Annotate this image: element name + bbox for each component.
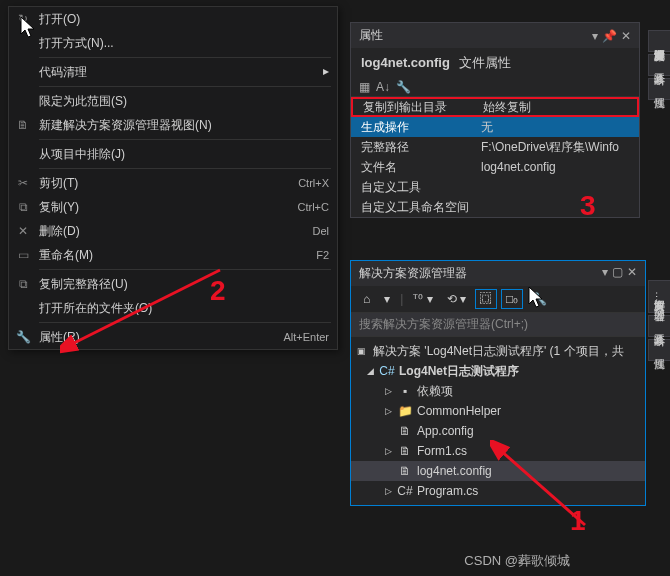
prop-value[interactable]: 始终复制 <box>483 99 637 116</box>
side-tab[interactable]: 属性 <box>648 339 670 361</box>
annotation-1: 1 <box>570 505 586 537</box>
property-row[interactable]: 完整路径F:\OneDrive\程序集\Winfo <box>351 137 639 157</box>
menu-item[interactable]: 打开方式(N)... <box>9 31 337 55</box>
menu-item[interactable]: ↻打开(O) <box>9 7 337 31</box>
menu-label: 打开(O) <box>33 11 329 28</box>
side-tab[interactable]: 诊断工具 <box>648 54 670 76</box>
menu-shortcut: Ctrl+X <box>298 177 329 189</box>
side-tab[interactable]: 解决方案资…管理器 <box>648 280 670 313</box>
properties-object-name: log4net.config 文件属性 <box>351 48 639 78</box>
wrench-icon[interactable]: 🔧 <box>396 80 411 94</box>
show-all-icon[interactable]: ⿴ <box>476 290 496 308</box>
menu-label: 代码清理▸ <box>33 64 329 81</box>
menu-item[interactable]: 代码清理▸ <box>9 60 337 84</box>
menu-label: 复制完整路径(U) <box>33 276 329 293</box>
menu-item[interactable]: 🔧属性(R)Alt+Enter <box>9 325 337 349</box>
menu-item[interactable]: 从项目中排除(J) <box>9 142 337 166</box>
prop-key: 自定义工具命名空间 <box>361 199 481 216</box>
prop-key: 生成操作 <box>361 119 481 136</box>
menu-item[interactable]: ⧉复制(Y)Ctrl+C <box>9 195 337 219</box>
dropdown-icon[interactable]: ▾ <box>602 265 608 282</box>
prop-key: 文件名 <box>361 159 481 176</box>
categorize-icon[interactable]: ▦ <box>359 80 370 94</box>
menu-label: 从项目中排除(J) <box>33 146 329 163</box>
menu-item[interactable]: 限定为此范围(S) <box>9 89 337 113</box>
menu-label: 限定为此范围(S) <box>33 93 329 110</box>
solution-tree: ▣解决方案 'Log4Net日志测试程序' (1 个项目，共◢C#Log4Net… <box>351 337 645 505</box>
solution-search-input[interactable]: 搜索解决方案资源管理器(Ctrl+;) <box>351 313 645 337</box>
menu-shortcut: Del <box>312 225 329 237</box>
scope-icon[interactable]: □₀ <box>502 290 522 308</box>
close-icon[interactable]: ✕ <box>627 265 637 282</box>
solution-root[interactable]: ▣解决方案 'Log4Net日志测试程序' (1 个项目，共 <box>351 341 645 361</box>
menu-label: 属性(R) <box>33 329 283 346</box>
menu-label: 打开所在的文件夹(O) <box>33 300 329 317</box>
menu-icon: ⧉ <box>13 200 33 214</box>
properties-title-bar: 属性 ▾ 📌 ✕ <box>351 23 639 48</box>
menu-label: 复制(Y) <box>33 199 298 216</box>
menu-icon: ↻ <box>13 12 33 26</box>
side-tab-strip: 解决方案资源管理器诊断工具属性 <box>648 30 670 102</box>
pin-icon[interactable]: ▢ <box>612 265 623 282</box>
dropdown-icon[interactable]: ▾ <box>592 29 598 43</box>
prop-key: 复制到输出目录 <box>363 99 483 116</box>
solution-explorer-panel: 解决方案资源管理器 ▾ ▢ ✕ ⌂ ▾ | ᵀ⁰ ▾ ⟲ ▾ ⿴ □₀ 🔧 搜索… <box>350 260 646 506</box>
menu-icon: 🔧 <box>13 330 33 344</box>
pin-icon[interactable]: 📌 <box>602 29 617 43</box>
prop-value[interactable]: log4net.config <box>481 160 639 174</box>
side-tab[interactable]: 解决方案资源管理器 <box>648 30 670 52</box>
prop-key: 自定义工具 <box>361 179 481 196</box>
tree-item[interactable]: ▷▪依赖项 <box>351 381 645 401</box>
property-row[interactable]: 自定义工具命名空间 <box>351 197 639 217</box>
close-icon[interactable]: ✕ <box>621 29 631 43</box>
menu-label: 剪切(T) <box>33 175 298 192</box>
menu-item[interactable]: 打开所在的文件夹(O) <box>9 296 337 320</box>
sync-icon[interactable]: ⟲ ▾ <box>443 290 470 308</box>
menu-icon: 🗎 <box>13 118 33 132</box>
pending-changes-icon[interactable]: ᵀ⁰ ▾ <box>409 290 436 308</box>
tree-item[interactable]: 🗎log4net.config <box>351 461 645 481</box>
menu-label: 新建解决方案资源管理器视图(N) <box>33 117 329 134</box>
tree-item[interactable]: ▷📁CommonHelper <box>351 401 645 421</box>
tree-item[interactable]: ▷C#Program.cs <box>351 481 645 501</box>
property-row[interactable]: 文件名log4net.config <box>351 157 639 177</box>
home-icon[interactable]: ⌂ <box>359 290 374 308</box>
panel-title-text: 属性 <box>359 27 383 44</box>
watermark-text: CSDN @葬歌倾城 <box>464 552 570 570</box>
menu-shortcut: F2 <box>316 249 329 261</box>
properties-toolbar: ▦ A↓ 🔧 <box>351 78 639 97</box>
context-menu: ↻打开(O)打开方式(N)...代码清理▸限定为此范围(S)🗎新建解决方案资源管… <box>8 6 338 350</box>
side-tab[interactable]: 诊断工具 <box>648 315 670 337</box>
prop-value[interactable]: 无 <box>481 119 639 136</box>
side-tab[interactable]: 属性 <box>648 78 670 100</box>
prop-key: 完整路径 <box>361 139 481 156</box>
side-tab-strip: 解决方案资…管理器诊断工具属性 <box>648 280 670 363</box>
solution-toolbar: ⌂ ▾ | ᵀ⁰ ▾ ⟲ ▾ ⿴ □₀ 🔧 <box>351 286 645 313</box>
menu-item[interactable]: ✂剪切(T)Ctrl+X <box>9 171 337 195</box>
properties-grid: 复制到输出目录始终复制生成操作无完整路径F:\OneDrive\程序集\Winf… <box>351 97 639 217</box>
property-row[interactable]: 生成操作无 <box>351 117 639 137</box>
properties-icon[interactable]: 🔧 <box>528 290 551 308</box>
menu-icon: ✕ <box>13 224 33 238</box>
menu-item[interactable]: 🗎新建解决方案资源管理器视图(N) <box>9 113 337 137</box>
menu-icon: ✂ <box>13 176 33 190</box>
properties-panel: 属性 ▾ 📌 ✕ log4net.config 文件属性 ▦ A↓ 🔧 复制到输… <box>350 22 640 218</box>
switch-view-icon[interactable]: ▾ <box>380 290 394 308</box>
project-node[interactable]: ◢C#Log4Net日志测试程序 <box>351 361 645 381</box>
property-row[interactable]: 自定义工具 <box>351 177 639 197</box>
menu-shortcut: Alt+Enter <box>283 331 329 343</box>
property-row[interactable]: 复制到输出目录始终复制 <box>351 97 639 117</box>
menu-item[interactable]: ▭重命名(M)F2 <box>9 243 337 267</box>
tree-item[interactable]: 🗎App.config <box>351 421 645 441</box>
tree-item[interactable]: ▷🗎Form1.cs <box>351 441 645 461</box>
menu-shortcut: Ctrl+C <box>298 201 329 213</box>
prop-value[interactable]: F:\OneDrive\程序集\Winfo <box>481 139 639 156</box>
menu-item[interactable]: ✕删除(D)Del <box>9 219 337 243</box>
alpha-sort-icon[interactable]: A↓ <box>376 80 390 94</box>
menu-label: 重命名(M) <box>33 247 316 264</box>
panel-title-text: 解决方案资源管理器 <box>359 265 467 282</box>
menu-label: 打开方式(N)... <box>33 35 329 52</box>
menu-icon: ⧉ <box>13 277 33 291</box>
menu-item[interactable]: ⧉复制完整路径(U) <box>9 272 337 296</box>
menu-label: 删除(D) <box>33 223 312 240</box>
